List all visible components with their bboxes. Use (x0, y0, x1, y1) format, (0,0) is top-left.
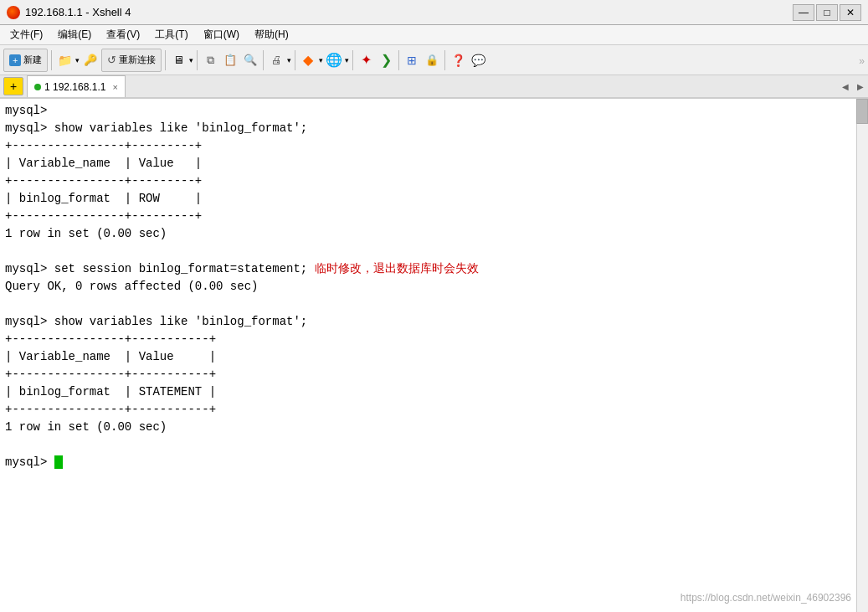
terminal-line: | binlog_format | ROW | (5, 190, 863, 208)
separator-5 (295, 50, 295, 70)
title-bar-left: 192.168.1.1 - Xshell 4 (7, 6, 131, 19)
lock-icon: 🔒 (425, 54, 439, 66)
menu-window[interactable]: 窗口(W) (197, 26, 246, 44)
menu-bar: 文件(F) 编辑(E) 查看(V) 工具(T) 窗口(W) 帮助(H) (0, 25, 868, 45)
separator-1 (51, 50, 52, 70)
copy-icon: ⧉ (207, 54, 214, 67)
tab-prev-button[interactable]: ◀ (838, 77, 853, 95)
terminal-cursor-line: mysql> (5, 454, 863, 471)
session-dropdown[interactable]: ▾ (189, 56, 193, 64)
new-button[interactable]: + 新建 (3, 49, 48, 72)
color-dropdown[interactable]: ▾ (319, 56, 323, 64)
grid-icon: ⊞ (407, 54, 417, 67)
orange-icon: ◆ (303, 52, 313, 68)
minimize-button[interactable]: — (793, 4, 814, 21)
menu-view[interactable]: 查看(V) (100, 26, 146, 44)
separator-3 (197, 50, 198, 70)
toolbar-right-expand[interactable]: » (859, 53, 865, 68)
app-icon (7, 6, 20, 19)
tab-next-button[interactable]: ▶ (853, 77, 868, 95)
title-bar-controls: — □ ✕ (793, 4, 861, 21)
terminal-line: mysql> show variables like 'binlog_forma… (5, 313, 863, 331)
new-label: 新建 (23, 54, 42, 66)
chat-button[interactable]: 💬 (469, 51, 487, 69)
window-title: 192.168.1.1 - Xshell 4 (25, 6, 131, 18)
separator-4 (263, 50, 264, 70)
print-icon: 🖨 (271, 54, 282, 66)
separator-8 (444, 50, 445, 70)
terminal-line (5, 243, 863, 260)
terminal-button[interactable]: ❯ (377, 51, 395, 69)
search-icon: 🔍 (244, 54, 257, 66)
terminal-line: | binlog_format | STATEMENT | (5, 383, 863, 401)
terminal-line: +----------------+-----------+ (5, 366, 863, 383)
tab-status-dot (34, 84, 41, 90)
help-button[interactable]: ❓ (449, 51, 467, 69)
cursor (54, 455, 63, 469)
print-dropdown[interactable]: ▾ (287, 56, 291, 64)
terminal-line (5, 436, 863, 454)
copy-button[interactable]: ⧉ (201, 51, 219, 69)
terminal-line: +----------------+-----------+ (5, 401, 863, 419)
terminal-line: | Variable_name | Value | (5, 155, 863, 172)
terminal-area[interactable]: mysql> mysql> show variables like 'binlo… (0, 99, 868, 612)
terminal-line: +----------------+-----------+ (5, 331, 863, 348)
globe-dropdown[interactable]: ▾ (345, 56, 349, 64)
scrollbar-thumb[interactable] (856, 99, 868, 124)
terminal-line: Query OK, 0 rows affected (0.00 sec) (5, 278, 863, 296)
terminal-line: +----------------+---------+ (5, 208, 863, 225)
new-icon: + (9, 54, 21, 66)
add-tab-button[interactable]: + (3, 77, 23, 95)
comment-text: 临时修改，退出数据库时会失效 (307, 262, 478, 275)
tab-session-1[interactable]: 1 192.168.1.1 × (27, 75, 126, 97)
folder-dropdown[interactable]: ▾ (75, 56, 80, 64)
star-icon: ✦ (361, 52, 372, 68)
terminal-line: +----------------+---------+ (5, 172, 863, 190)
close-button[interactable]: ✕ (840, 4, 861, 21)
tab-close-button[interactable]: × (112, 82, 117, 92)
expand-icon: » (859, 55, 865, 67)
key-icon: 🔑 (84, 54, 97, 66)
toolbar: + 新建 📁 ▾ 🔑 ↺ 重新连接 🖥 ▾ ⧉ 📋 🔍 🖨 ▾ ◆ ▾ 🌐 ▾ … (0, 45, 868, 75)
color-icon-1[interactable]: ◆ (299, 51, 317, 69)
title-bar: 192.168.1.1 - Xshell 4 — □ ✕ (0, 0, 868, 25)
terminal-line: 1 row in set (0.00 sec) (5, 225, 863, 243)
menu-edit[interactable]: 编辑(E) (51, 26, 98, 44)
tab-label: 1 192.168.1.1 (44, 81, 105, 93)
chat-icon: 💬 (471, 54, 485, 67)
terminal-line: mysql> set session binlog_format=stateme… (5, 260, 863, 278)
scrollbar[interactable] (856, 99, 868, 612)
lock-button[interactable]: 🔒 (423, 51, 441, 69)
folder-button[interactable]: 📁 (55, 51, 74, 69)
paste-button[interactable]: 📋 (221, 51, 239, 69)
search-button[interactable]: 🔍 (241, 51, 259, 69)
separator-2 (165, 50, 166, 70)
menu-file[interactable]: 文件(F) (3, 26, 49, 44)
key-button[interactable]: 🔑 (81, 51, 100, 69)
star-button[interactable]: ✦ (357, 51, 375, 69)
menu-tools[interactable]: 工具(T) (148, 26, 194, 44)
tab-nav: ◀ ▶ (838, 77, 868, 95)
session-btn[interactable]: 🖥 (169, 51, 187, 69)
terminal-line (5, 296, 863, 313)
menu-help[interactable]: 帮助(H) (248, 26, 295, 44)
globe-icon: 🌐 (326, 52, 342, 68)
globe-button[interactable]: 🌐 (325, 51, 343, 69)
terminal-line: mysql> (5, 102, 863, 120)
terminal-line: 1 row in set (0.00 sec) (5, 419, 863, 436)
separator-6 (352, 50, 353, 70)
session-icon: 🖥 (173, 54, 184, 66)
reconnect-button[interactable]: ↺ 重新连接 (101, 49, 162, 72)
reconnect-icon: ↺ (107, 54, 116, 66)
folder-icon: 📁 (58, 54, 72, 67)
help-icon: ❓ (451, 54, 465, 67)
terminal-icon: ❯ (381, 52, 392, 68)
paste-icon: 📋 (223, 54, 237, 66)
watermark: https://blog.csdn.net/weixin_46902396 (681, 590, 851, 605)
grid-button[interactable]: ⊞ (403, 51, 421, 69)
reconnect-label: 重新连接 (119, 54, 156, 66)
print-button[interactable]: 🖨 (267, 51, 285, 69)
terminal-line: +----------------+---------+ (5, 137, 863, 155)
terminal-line: | Variable_name | Value | (5, 348, 863, 366)
maximize-button[interactable]: □ (816, 4, 838, 21)
